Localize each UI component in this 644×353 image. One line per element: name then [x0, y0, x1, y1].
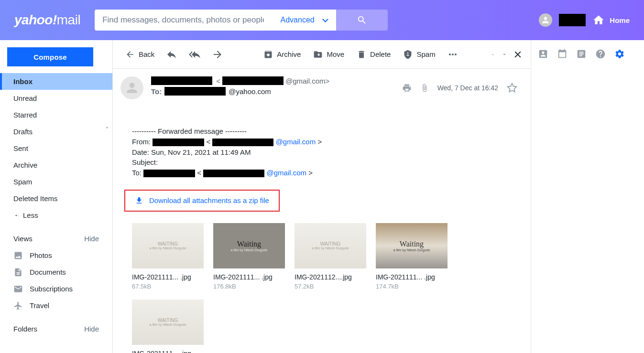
- advanced-label: Advanced: [281, 16, 315, 24]
- star-icon[interactable]: [507, 83, 517, 93]
- sender-avatar: [120, 76, 143, 99]
- reply-button[interactable]: [162, 46, 181, 63]
- back-label: Back: [139, 50, 154, 58]
- spam-button[interactable]: Spam: [398, 47, 440, 62]
- person-icon: [541, 15, 550, 25]
- nav-deleted[interactable]: Deleted Items: [0, 190, 112, 207]
- forward-button[interactable]: [208, 46, 227, 63]
- calendar-icon[interactable]: 7: [557, 49, 568, 59]
- attachment-icon[interactable]: [420, 84, 429, 92]
- advanced-search-button[interactable]: Advanced: [272, 10, 336, 31]
- yahoo-mail-logo[interactable]: yahoo!mail: [14, 12, 80, 28]
- from-open: <: [214, 77, 220, 85]
- nav-sent[interactable]: Sent: [0, 140, 112, 157]
- attachment-name: IMG-2021111... .jpg: [132, 350, 204, 353]
- print-icon[interactable]: [402, 83, 412, 93]
- nav-spam[interactable]: Spam: [0, 173, 112, 190]
- app-header: yahoo!mail Advanced Home: [0, 0, 644, 40]
- chevron-up-icon: [13, 213, 19, 218]
- attachment-2[interactable]: Waitinga film by Nitesh Durgude IMG-2021…: [213, 223, 285, 290]
- attachment-grid: WAITINGa film by Nitesh Durgude IMG-2021…: [132, 223, 517, 353]
- user-avatar[interactable]: [539, 13, 552, 27]
- more-button[interactable]: [443, 46, 462, 63]
- fwd-to: To: < @gmail.com >: [132, 168, 517, 178]
- home-link[interactable]: Home: [592, 14, 630, 26]
- to-label: To:: [151, 87, 162, 96]
- reply-all-button[interactable]: [184, 46, 205, 63]
- attachment-4[interactable]: Waitinga film by Nitesh Durgude IMG-2021…: [376, 223, 448, 290]
- attachment-5[interactable]: WAITINGa film by Nitesh Durgude IMG-2021…: [132, 300, 204, 353]
- nav-drafts[interactable]: Drafts: [0, 123, 112, 140]
- message-meta: < @gmail.com> To: @yahoo.com: [151, 76, 394, 99]
- delete-icon: [357, 50, 366, 59]
- fwd-header: ---------- Forwarded message ---------: [132, 126, 517, 137]
- fwd-from-link[interactable]: @gmail.com: [276, 138, 316, 146]
- download-icon: [135, 196, 143, 205]
- notepad-icon[interactable]: [576, 49, 587, 59]
- views-section-header: Views Hide: [0, 230, 112, 247]
- message-date: Wed, 7 Dec at 16:42: [437, 84, 498, 92]
- to-line: To: @yahoo.com: [151, 87, 394, 96]
- search-bar: Advanced: [95, 10, 388, 31]
- view-subscriptions[interactable]: Subscriptions: [0, 280, 112, 297]
- search-button[interactable]: [336, 10, 388, 31]
- attachment-thumb: WAITINGa film by Nitesh Durgude: [295, 223, 366, 268]
- hide-views[interactable]: Hide: [84, 235, 99, 243]
- home-label: Home: [610, 16, 630, 24]
- scroll-up-icon[interactable]: [103, 124, 111, 131]
- view-documents[interactable]: Documents: [0, 264, 112, 280]
- svg-text:7: 7: [561, 53, 564, 57]
- header-right: Home: [539, 13, 630, 27]
- down-triangle-icon[interactable]: [501, 51, 508, 58]
- help-icon[interactable]: [595, 49, 606, 59]
- up-triangle-icon[interactable]: [490, 51, 496, 58]
- close-icon[interactable]: [513, 49, 523, 60]
- attachment-name: IMG-2021111... .jpg: [376, 273, 448, 281]
- rail-icons: 7: [531, 49, 644, 59]
- archive-button[interactable]: Archive: [259, 47, 306, 62]
- contacts-icon[interactable]: [538, 49, 548, 59]
- hide-folders[interactable]: Hide: [84, 325, 99, 333]
- main-layout: Compose Inbox Unread Starred Drafts Sent…: [0, 40, 644, 353]
- more-icon: [447, 49, 458, 60]
- forward-icon: [212, 49, 223, 60]
- fwd-date-label: Date:: [132, 148, 151, 156]
- view-travel[interactable]: Travel: [0, 297, 112, 314]
- fwd-to-email-redacted: [203, 170, 264, 177]
- attachment-3[interactable]: WAITINGa film by Nitesh Durgude IMG-2021…: [295, 223, 366, 290]
- fwd-from-email-redacted: [212, 139, 273, 146]
- delete-label: Delete: [370, 50, 391, 58]
- archive-label: Archive: [277, 50, 301, 58]
- nav-starred[interactable]: Starred: [0, 107, 112, 123]
- settings-icon[interactable]: [614, 49, 625, 59]
- nav-inbox[interactable]: Inbox: [0, 73, 112, 90]
- to-suffix: @yahoo.com: [229, 87, 271, 96]
- message-header-actions: Wed, 7 Dec at 16:42: [402, 76, 517, 99]
- home-icon: [592, 14, 605, 26]
- to-email-redacted: [164, 87, 226, 96]
- person-icon: [124, 80, 140, 96]
- download-all-button[interactable]: Download all attachments as a zip file: [124, 190, 280, 212]
- search-icon: [357, 15, 367, 25]
- logo-prefix: yahoo!: [14, 12, 57, 27]
- search-input[interactable]: [95, 10, 272, 31]
- reply-all-icon: [188, 49, 201, 60]
- nav-archive[interactable]: Archive: [0, 157, 112, 173]
- fwd-to-link[interactable]: @gmail.com: [266, 169, 306, 177]
- attachment-thumb: Waitinga film by Nitesh Durgude: [213, 223, 285, 268]
- move-button[interactable]: Move: [308, 47, 349, 62]
- compose-button[interactable]: Compose: [7, 47, 93, 66]
- attachment-1[interactable]: WAITINGa film by Nitesh Durgude IMG-2021…: [132, 223, 204, 290]
- view-photos[interactable]: Photos: [0, 247, 112, 264]
- folders-section-header: Folders Hide: [0, 321, 112, 337]
- travel-label: Travel: [30, 301, 49, 310]
- delete-button[interactable]: Delete: [352, 47, 395, 62]
- attachment-size: 176.8kB: [213, 283, 285, 290]
- reply-icon: [166, 49, 177, 60]
- fwd-from-name-redacted: [153, 139, 204, 146]
- logo-suffix: mail: [57, 12, 80, 27]
- nav-less[interactable]: Less: [0, 207, 112, 224]
- nav-unread[interactable]: Unread: [0, 90, 112, 107]
- back-button[interactable]: Back: [120, 47, 159, 62]
- fwd-from-close: >: [317, 138, 322, 146]
